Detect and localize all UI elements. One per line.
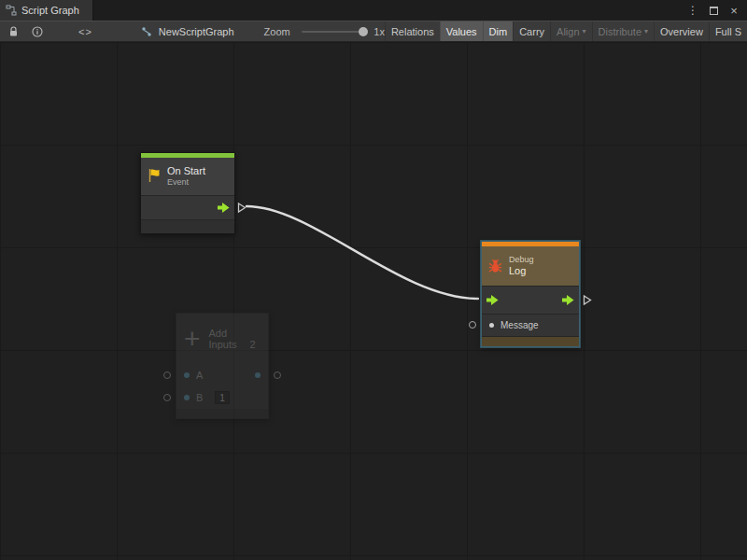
sum-output-port[interactable] [274,371,281,379]
connection-wire[interactable] [247,206,478,299]
add-title: Add [209,328,261,339]
debug-title: Log [509,265,534,277]
values-button[interactable]: Values [440,21,483,41]
debug-message-row: Message [482,314,579,336]
debug-log-node[interactable]: Debug Log Message [481,241,580,347]
add-node[interactable]: + Add Inputs 2 A B 1 [176,313,269,419]
port-b-dot[interactable] [184,395,190,400]
on-start-node[interactable]: On Start Event [140,152,235,234]
wire-layer [0,42,747,560]
info-icon[interactable] [27,21,48,41]
relations-button[interactable]: Relations [385,21,440,41]
graph-name-label[interactable]: NewScriptGraph [159,26,234,37]
chevron-down-icon: ▾ [644,27,648,35]
graph-canvas[interactable]: On Start Event [0,42,747,560]
align-button: Align▾ [550,21,591,41]
add-footer [176,409,268,418]
message-value-dot[interactable] [489,323,494,328]
add-input-count[interactable]: 2 [250,339,256,350]
flow-output-arrow-icon[interactable] [562,295,574,305]
on-start-output-row [141,195,234,219]
window-controls: ⋮ × [685,0,747,21]
port-a-input[interactable] [163,371,171,379]
port-a-dot[interactable] [184,372,190,378]
zoom-value: 1x [374,26,385,37]
add-port-a-row: A [176,364,268,386]
dim-button[interactable]: Dim [483,21,514,41]
debug-category: Debug [509,255,534,265]
port-b-value-field[interactable]: 1 [215,391,230,404]
zoom-slider[interactable] [302,31,365,33]
distribute-button: Distribute▾ [592,21,654,41]
trigger-output-port[interactable] [237,202,247,214]
debug-flow-row [482,286,579,314]
window-menu-icon[interactable]: ⋮ [685,3,700,18]
plus-icon: + [184,325,201,353]
carry-button[interactable]: Carry [513,21,550,41]
flow-input-arrow-icon[interactable] [486,295,499,305]
zoom-label: Zoom [264,26,290,37]
close-icon[interactable]: × [726,3,741,18]
add-port-b-row: B 1 [176,386,268,409]
port-b-label: B [196,392,203,403]
debug-footer [482,336,579,346]
flag-icon [147,168,162,185]
graph-toolbar: <> NewScriptGraph Zoom 1x Relations Valu… [0,21,747,42]
zoom-slider-knob[interactable] [359,27,368,36]
title-bar: Script Graph ⋮ × [0,0,747,21]
on-start-header[interactable]: On Start Event [141,158,234,195]
add-node-header[interactable]: + Add Inputs 2 [176,314,268,364]
code-icon[interactable]: <> [74,21,97,41]
tab-title: Script Graph [21,5,79,16]
on-start-title: On Start [167,165,205,177]
maximize-icon[interactable] [706,3,721,18]
on-start-subtitle: Event [167,177,205,188]
script-graph-tab-icon [6,5,17,16]
trigger-output-port[interactable] [583,294,592,306]
graph-asset-icon [136,21,157,41]
add-subtitle: Inputs [209,339,237,350]
toolbar-buttons: Relations Values Dim Carry Align▾ Distri… [385,21,747,41]
chevron-down-icon: ▾ [583,27,586,35]
lock-icon[interactable] [4,21,23,41]
bug-icon [487,258,503,275]
port-b-input[interactable] [163,394,171,401]
message-input-port[interactable] [469,321,476,329]
port-a-label: A [196,370,203,381]
sum-output-dot[interactable] [255,372,261,378]
fullscreen-button[interactable]: Full S [709,21,747,41]
on-start-footer [141,219,234,233]
message-port-label: Message [500,320,539,330]
overview-button[interactable]: Overview [654,21,709,41]
flow-output-arrow-icon[interactable] [218,203,230,213]
debug-log-header[interactable]: Debug Log [482,246,579,286]
tab-script-graph[interactable]: Script Graph [0,0,93,21]
